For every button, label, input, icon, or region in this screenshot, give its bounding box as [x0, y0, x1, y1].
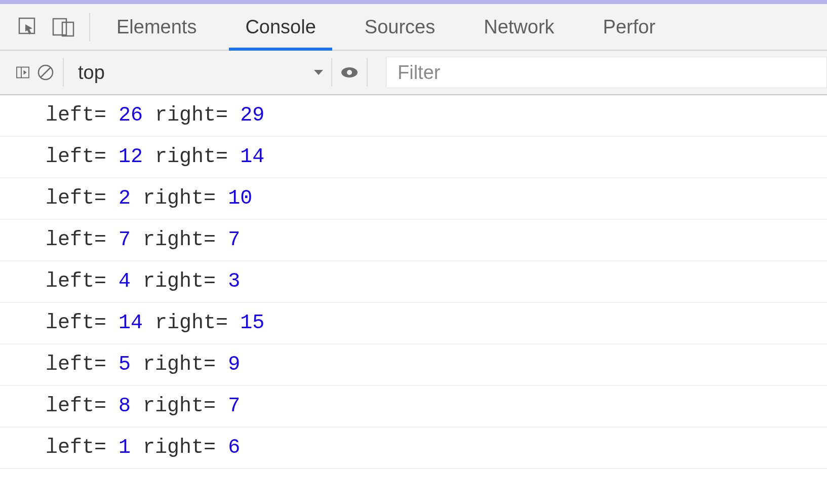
log-value-left: 1 — [119, 436, 131, 459]
console-log-row: left= 5 right= 9 — [0, 344, 827, 386]
svg-line-6 — [41, 67, 51, 77]
log-label-right: right= — [143, 270, 216, 293]
console-log-row: left= 1 right= 6 — [0, 428, 827, 469]
log-label-left: left= — [46, 145, 106, 168]
log-label-right: right= — [143, 353, 216, 376]
svg-rect-3 — [17, 67, 29, 78]
log-value-left: 12 — [119, 145, 143, 168]
log-value-right: 15 — [240, 312, 264, 334]
log-value-right: 9 — [228, 353, 240, 376]
tab-elements[interactable]: Elements — [92, 4, 221, 50]
log-value-left: 26 — [119, 104, 143, 127]
console-log-row: left= 8 right= 7 — [0, 386, 827, 428]
log-value-right: 3 — [228, 270, 240, 293]
log-value-left: 14 — [119, 312, 143, 334]
separator — [63, 58, 64, 87]
log-label-left: left= — [46, 436, 106, 459]
console-log-list: left= 26 right= 29left= 12 right= 14left… — [0, 95, 827, 469]
chevron-down-icon — [312, 66, 325, 79]
log-label-left: left= — [46, 312, 106, 334]
execution-context-label: top — [78, 62, 105, 84]
log-value-left: 8 — [119, 395, 131, 417]
separator — [331, 58, 332, 87]
console-log-row: left= 12 right= 14 — [0, 137, 827, 178]
log-value-right: 6 — [228, 436, 240, 459]
tab-network[interactable]: Network — [459, 4, 578, 50]
log-value-right: 29 — [240, 104, 264, 127]
separator — [367, 58, 368, 87]
execution-context-selector[interactable]: top — [66, 51, 329, 94]
tab-label: Network — [484, 16, 554, 38]
console-filter-input[interactable] — [397, 61, 816, 84]
log-value-left: 2 — [119, 187, 131, 210]
separator — [89, 13, 90, 41]
log-label-left: left= — [46, 104, 106, 127]
inspect-element-icon[interactable] — [17, 16, 38, 37]
log-label-right: right= — [155, 145, 228, 168]
log-value-left: 5 — [119, 353, 131, 376]
log-value-left: 7 — [119, 228, 131, 251]
log-value-right: 10 — [228, 187, 252, 210]
log-label-left: left= — [46, 270, 106, 293]
console-log-row: left= 2 right= 10 — [0, 178, 827, 220]
tab-console[interactable]: Console — [221, 4, 340, 50]
clear-console-icon[interactable] — [30, 62, 61, 83]
log-value-right: 7 — [228, 395, 240, 417]
log-label-right: right= — [155, 312, 228, 334]
console-toolbar: top — [0, 51, 827, 95]
svg-point-8 — [347, 70, 352, 75]
console-log-row: left= 14 right= 15 — [0, 303, 827, 344]
log-label-left: left= — [46, 353, 106, 376]
tab-label: Elements — [116, 16, 196, 38]
device-toolbar-icon[interactable] — [52, 16, 75, 37]
log-value-left: 4 — [119, 270, 131, 293]
log-label-right: right= — [155, 104, 228, 127]
console-filter-field[interactable] — [386, 57, 827, 88]
console-log-row: left= 4 right= 3 — [0, 261, 827, 303]
log-label-right: right= — [143, 228, 216, 251]
svg-rect-1 — [53, 19, 66, 35]
log-label-right: right= — [143, 187, 216, 210]
window-chrome-strip — [0, 0, 827, 4]
toggle-sidebar-icon[interactable] — [0, 62, 30, 83]
tab-perfor[interactable]: Perfor — [579, 4, 680, 50]
log-label-right: right= — [143, 436, 216, 459]
log-label-left: left= — [46, 395, 106, 417]
devtools-tabs-bar: ElementsConsoleSourcesNetworkPerfor — [0, 4, 827, 51]
console-log-row: left= 26 right= 29 — [0, 95, 827, 137]
log-label-left: left= — [46, 187, 106, 210]
log-label-left: left= — [46, 228, 106, 251]
tab-label: Sources — [365, 16, 435, 38]
tab-label: Console — [245, 16, 316, 38]
svg-rect-2 — [62, 22, 73, 36]
log-value-right: 7 — [228, 228, 240, 251]
log-label-right: right= — [143, 395, 216, 417]
log-value-right: 14 — [240, 145, 264, 168]
live-expression-icon[interactable] — [334, 61, 365, 84]
console-log-row: left= 7 right= 7 — [0, 220, 827, 261]
tab-sources[interactable]: Sources — [340, 4, 459, 50]
tab-label: Perfor — [603, 16, 655, 38]
